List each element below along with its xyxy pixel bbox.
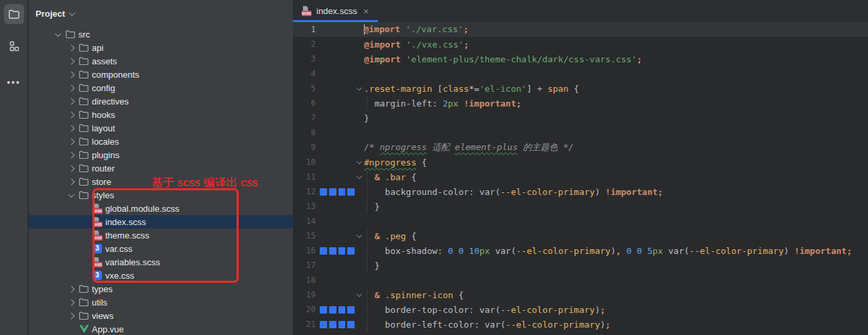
color-swatch[interactable] [329,247,336,255]
color-swatch[interactable] [320,321,327,328]
line-number: 20 [293,305,316,314]
tree-chevron-icon[interactable] [66,59,76,64]
tree-row-router[interactable]: router [29,161,293,175]
tree-row-styles[interactable]: styles [29,188,293,202]
fold-toggle[interactable] [355,88,364,90]
code-token: } [375,202,380,212]
fold-toggle[interactable] [355,176,364,178]
tree-row-app-vue[interactable]: App.vue [29,322,293,335]
tree-row-assets[interactable]: assets [29,54,293,68]
tree-row-plugins[interactable]: plugins [29,148,293,161]
tree-chevron-icon[interactable] [66,314,76,318]
ide-window: ••• Project src api assets components co… [0,0,868,335]
tree-row-index-scss[interactable]: SASS index.scss [29,215,293,228]
color-swatch[interactable] [320,247,327,255]
code-line[interactable]: 4 [293,66,868,81]
tree-row-store[interactable]: store [29,175,293,188]
tree-chevron-icon[interactable] [66,86,76,90]
code-line[interactable]: 9 /* nprogress 适配 element-plus 的主题色 */ [293,140,868,155]
color-swatch[interactable] [329,188,336,196]
tree-row-config[interactable]: config [29,81,293,94]
color-swatch[interactable] [347,306,355,314]
code-line[interactable]: 6 margin-left: 2px !important; [293,96,868,111]
project-panel-header[interactable]: Project [29,0,293,27]
tree-chevron-icon[interactable] [66,166,76,171]
color-swatch[interactable] [320,306,327,314]
css-file-icon: 3 [92,270,103,281]
tree-row-types[interactable]: types [29,282,293,295]
tree-row-locales[interactable]: locales [29,135,293,148]
more-tools-button[interactable]: ••• [4,72,24,92]
code-line[interactable]: 18 [293,273,868,287]
code-line[interactable]: 14 [293,214,868,228]
color-swatch[interactable] [347,247,355,255]
color-swatch[interactable] [320,188,327,196]
code-line[interactable]: 3 @import 'element-plus/theme-chalk/dark… [293,52,868,66]
color-swatch[interactable] [338,247,346,255]
tree-row-theme-scss[interactable]: SASS theme.scss [29,228,293,242]
color-swatch[interactable] [338,306,346,314]
code-text: box-shadow: 0 0 10px var(--el-color-prim… [364,246,852,256]
tree-row-utils[interactable]: utils [29,295,293,309]
code-line[interactable]: 20 border-top-color: var(--el-color-prim… [293,302,868,317]
tree-row-hooks[interactable]: hooks [29,108,293,121]
tree-row-variables-scss[interactable]: SASS variables.scss [29,255,293,269]
color-swatch[interactable] [329,306,336,314]
tab-close-icon[interactable]: × [363,6,369,16]
code-token: .bar [385,172,406,182]
color-swatch[interactable] [347,321,355,328]
tree-chevron-icon[interactable] [66,126,76,131]
tree-row-api[interactable]: api [29,41,293,54]
structure-tool-button[interactable] [4,36,24,56]
tree-item-label: theme.scss [105,230,149,241]
code-line[interactable]: 16 box-shadow: 0 0 10px var(--el-color-p… [293,243,868,258]
code-token: 5 [647,246,653,256]
code-line[interactable]: 8 [293,125,868,140]
tree-chevron-icon[interactable] [66,180,76,184]
tree-row-layout[interactable]: layout [29,121,293,135]
code-token: --el-color-primary [689,246,784,256]
tree-chevron-icon[interactable] [66,300,76,305]
project-tool-button[interactable] [4,4,24,24]
fold-toggle[interactable] [355,235,364,237]
code-line[interactable]: 13 } [293,199,868,214]
color-swatch[interactable] [338,321,346,328]
code-text: #nprogress { [364,157,427,168]
tree-chevron-icon[interactable] [66,193,76,198]
color-swatch[interactable] [329,321,336,328]
code-line[interactable]: 12 background-color: var(--el-color-prim… [293,184,868,199]
tree-row-var-css[interactable]: 3 var.css [29,242,293,255]
color-swatch[interactable] [338,188,346,196]
code-line[interactable]: 2 @import './vxe.css'; [293,37,868,52]
fold-toggle[interactable] [355,294,364,296]
tree-row-src[interactable]: src [29,27,293,41]
tree-chevron-icon[interactable] [53,32,62,37]
tree-row-directives[interactable]: directives [29,94,293,108]
tree-item-label: store [92,177,111,187]
code-token: border-top-color [385,305,469,315]
code-line[interactable]: 5 .reset-margin [class*='el-icon'] + spa… [293,81,868,96]
code-line[interactable]: 21 border-left-color: var(--el-color-pri… [293,317,868,332]
tab-index-scss[interactable]: SASS index.scss × [293,0,377,22]
tree-chevron-icon[interactable] [66,287,76,291]
fold-toggle[interactable] [355,161,364,163]
tree-chevron-icon[interactable] [66,72,76,77]
code-line[interactable]: 19 & .spinner-icon { [293,287,868,302]
tree-row-vxe-css[interactable]: 3 vxe.css [29,269,293,282]
code-line[interactable]: 10 #nprogress { [293,155,868,170]
tree-row-components[interactable]: components [29,68,293,81]
tree-chevron-icon[interactable] [66,99,76,104]
color-swatch[interactable] [347,188,355,196]
code-line[interactable]: 1 @import './var.css'; [293,22,868,37]
code-line[interactable]: 15 & .peg { [293,228,868,243]
code-line[interactable]: 11 & .bar { [293,170,868,184]
tree-row-global-module-scss[interactable]: SASS global.module.scss [29,202,293,215]
tree-row-views[interactable]: views [29,309,293,322]
code-area[interactable]: 1 @import './var.css'; 2 @import './vxe.… [293,22,868,335]
code-line[interactable]: 7 } [293,111,868,125]
tree-chevron-icon[interactable] [66,139,76,144]
tree-chevron-icon[interactable] [66,46,76,50]
tree-chevron-icon[interactable] [66,153,76,157]
tree-chevron-icon[interactable] [66,113,76,117]
code-line[interactable]: 17 } [293,258,868,273]
